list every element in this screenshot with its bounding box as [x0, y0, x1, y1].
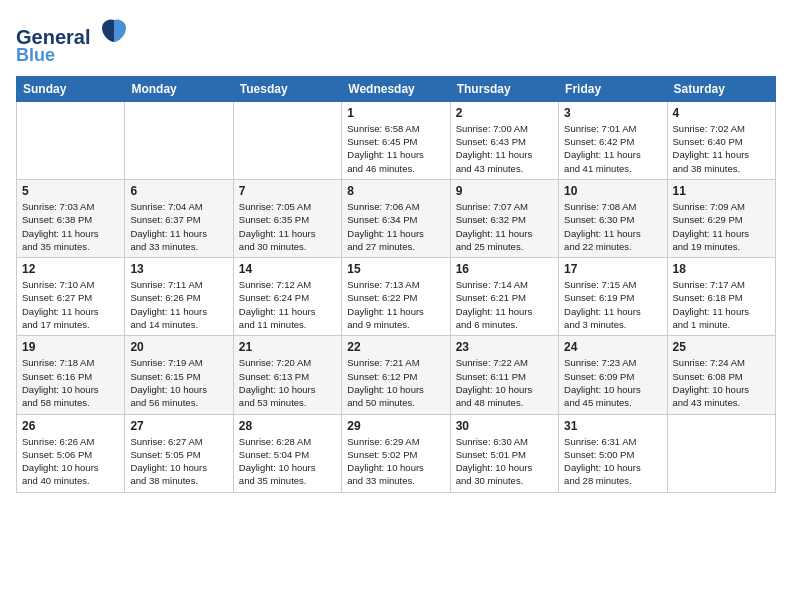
- day-number: 4: [673, 106, 770, 120]
- calendar-cell: 6Sunrise: 7:04 AMSunset: 6:37 PMDaylight…: [125, 179, 233, 257]
- day-number: 1: [347, 106, 444, 120]
- day-number: 14: [239, 262, 336, 276]
- day-info: Sunrise: 7:23 AMSunset: 6:09 PMDaylight:…: [564, 356, 661, 409]
- day-info: Sunrise: 7:22 AMSunset: 6:11 PMDaylight:…: [456, 356, 553, 409]
- day-info: Sunrise: 7:20 AMSunset: 6:13 PMDaylight:…: [239, 356, 336, 409]
- calendar-cell: 26Sunrise: 6:26 AMSunset: 5:06 PMDayligh…: [17, 414, 125, 492]
- day-number: 29: [347, 419, 444, 433]
- col-monday: Monday: [125, 76, 233, 101]
- logo-text: General: [16, 16, 128, 49]
- calendar-cell: 4Sunrise: 7:02 AMSunset: 6:40 PMDaylight…: [667, 101, 775, 179]
- calendar-cell: 18Sunrise: 7:17 AMSunset: 6:18 PMDayligh…: [667, 258, 775, 336]
- calendar-header-row: Sunday Monday Tuesday Wednesday Thursday…: [17, 76, 776, 101]
- day-number: 9: [456, 184, 553, 198]
- col-sunday: Sunday: [17, 76, 125, 101]
- calendar-cell: 5Sunrise: 7:03 AMSunset: 6:38 PMDaylight…: [17, 179, 125, 257]
- day-number: 25: [673, 340, 770, 354]
- calendar-cell: [17, 101, 125, 179]
- day-number: 11: [673, 184, 770, 198]
- day-number: 15: [347, 262, 444, 276]
- calendar: Sunday Monday Tuesday Wednesday Thursday…: [16, 76, 776, 493]
- calendar-cell: 27Sunrise: 6:27 AMSunset: 5:05 PMDayligh…: [125, 414, 233, 492]
- day-info: Sunrise: 6:27 AMSunset: 5:05 PMDaylight:…: [130, 435, 227, 488]
- calendar-cell: 8Sunrise: 7:06 AMSunset: 6:34 PMDaylight…: [342, 179, 450, 257]
- day-number: 31: [564, 419, 661, 433]
- day-number: 26: [22, 419, 119, 433]
- calendar-cell: 13Sunrise: 7:11 AMSunset: 6:26 PMDayligh…: [125, 258, 233, 336]
- day-info: Sunrise: 7:12 AMSunset: 6:24 PMDaylight:…: [239, 278, 336, 331]
- calendar-cell: 22Sunrise: 7:21 AMSunset: 6:12 PMDayligh…: [342, 336, 450, 414]
- day-number: 27: [130, 419, 227, 433]
- header: General Blue: [16, 16, 776, 66]
- calendar-cell: 31Sunrise: 6:31 AMSunset: 5:00 PMDayligh…: [559, 414, 667, 492]
- day-info: Sunrise: 7:14 AMSunset: 6:21 PMDaylight:…: [456, 278, 553, 331]
- calendar-week-0: 1Sunrise: 6:58 AMSunset: 6:45 PMDaylight…: [17, 101, 776, 179]
- day-info: Sunrise: 7:06 AMSunset: 6:34 PMDaylight:…: [347, 200, 444, 253]
- day-number: 22: [347, 340, 444, 354]
- day-info: Sunrise: 6:31 AMSunset: 5:00 PMDaylight:…: [564, 435, 661, 488]
- day-info: Sunrise: 6:29 AMSunset: 5:02 PMDaylight:…: [347, 435, 444, 488]
- calendar-cell: 7Sunrise: 7:05 AMSunset: 6:35 PMDaylight…: [233, 179, 341, 257]
- day-info: Sunrise: 7:18 AMSunset: 6:16 PMDaylight:…: [22, 356, 119, 409]
- day-info: Sunrise: 7:11 AMSunset: 6:26 PMDaylight:…: [130, 278, 227, 331]
- calendar-cell: 25Sunrise: 7:24 AMSunset: 6:08 PMDayligh…: [667, 336, 775, 414]
- day-number: 19: [22, 340, 119, 354]
- day-number: 17: [564, 262, 661, 276]
- col-thursday: Thursday: [450, 76, 558, 101]
- day-number: 7: [239, 184, 336, 198]
- calendar-cell: 16Sunrise: 7:14 AMSunset: 6:21 PMDayligh…: [450, 258, 558, 336]
- calendar-cell: 29Sunrise: 6:29 AMSunset: 5:02 PMDayligh…: [342, 414, 450, 492]
- day-info: Sunrise: 7:04 AMSunset: 6:37 PMDaylight:…: [130, 200, 227, 253]
- day-info: Sunrise: 7:10 AMSunset: 6:27 PMDaylight:…: [22, 278, 119, 331]
- day-info: Sunrise: 7:00 AMSunset: 6:43 PMDaylight:…: [456, 122, 553, 175]
- day-info: Sunrise: 6:58 AMSunset: 6:45 PMDaylight:…: [347, 122, 444, 175]
- day-number: 8: [347, 184, 444, 198]
- day-number: 30: [456, 419, 553, 433]
- logo-icon: [100, 16, 128, 44]
- calendar-cell: 24Sunrise: 7:23 AMSunset: 6:09 PMDayligh…: [559, 336, 667, 414]
- day-info: Sunrise: 6:30 AMSunset: 5:01 PMDaylight:…: [456, 435, 553, 488]
- day-number: 5: [22, 184, 119, 198]
- day-info: Sunrise: 6:26 AMSunset: 5:06 PMDaylight:…: [22, 435, 119, 488]
- day-number: 3: [564, 106, 661, 120]
- calendar-cell: [125, 101, 233, 179]
- day-info: Sunrise: 7:07 AMSunset: 6:32 PMDaylight:…: [456, 200, 553, 253]
- calendar-cell: 15Sunrise: 7:13 AMSunset: 6:22 PMDayligh…: [342, 258, 450, 336]
- day-info: Sunrise: 7:13 AMSunset: 6:22 PMDaylight:…: [347, 278, 444, 331]
- calendar-cell: 23Sunrise: 7:22 AMSunset: 6:11 PMDayligh…: [450, 336, 558, 414]
- calendar-cell: 30Sunrise: 6:30 AMSunset: 5:01 PMDayligh…: [450, 414, 558, 492]
- calendar-cell: 19Sunrise: 7:18 AMSunset: 6:16 PMDayligh…: [17, 336, 125, 414]
- col-wednesday: Wednesday: [342, 76, 450, 101]
- day-number: 6: [130, 184, 227, 198]
- day-info: Sunrise: 7:19 AMSunset: 6:15 PMDaylight:…: [130, 356, 227, 409]
- calendar-cell: [667, 414, 775, 492]
- day-number: 16: [456, 262, 553, 276]
- day-number: 13: [130, 262, 227, 276]
- col-tuesday: Tuesday: [233, 76, 341, 101]
- calendar-cell: 1Sunrise: 6:58 AMSunset: 6:45 PMDaylight…: [342, 101, 450, 179]
- day-info: Sunrise: 7:05 AMSunset: 6:35 PMDaylight:…: [239, 200, 336, 253]
- day-info: Sunrise: 7:09 AMSunset: 6:29 PMDaylight:…: [673, 200, 770, 253]
- day-number: 28: [239, 419, 336, 433]
- day-number: 23: [456, 340, 553, 354]
- calendar-week-3: 19Sunrise: 7:18 AMSunset: 6:16 PMDayligh…: [17, 336, 776, 414]
- calendar-cell: 21Sunrise: 7:20 AMSunset: 6:13 PMDayligh…: [233, 336, 341, 414]
- day-info: Sunrise: 6:28 AMSunset: 5:04 PMDaylight:…: [239, 435, 336, 488]
- day-number: 20: [130, 340, 227, 354]
- calendar-cell: 28Sunrise: 6:28 AMSunset: 5:04 PMDayligh…: [233, 414, 341, 492]
- calendar-cell: 2Sunrise: 7:00 AMSunset: 6:43 PMDaylight…: [450, 101, 558, 179]
- day-info: Sunrise: 7:02 AMSunset: 6:40 PMDaylight:…: [673, 122, 770, 175]
- day-number: 18: [673, 262, 770, 276]
- calendar-cell: 17Sunrise: 7:15 AMSunset: 6:19 PMDayligh…: [559, 258, 667, 336]
- day-number: 21: [239, 340, 336, 354]
- day-number: 24: [564, 340, 661, 354]
- day-info: Sunrise: 7:08 AMSunset: 6:30 PMDaylight:…: [564, 200, 661, 253]
- calendar-cell: [233, 101, 341, 179]
- calendar-week-1: 5Sunrise: 7:03 AMSunset: 6:38 PMDaylight…: [17, 179, 776, 257]
- calendar-cell: 11Sunrise: 7:09 AMSunset: 6:29 PMDayligh…: [667, 179, 775, 257]
- col-friday: Friday: [559, 76, 667, 101]
- logo: General Blue: [16, 16, 128, 66]
- calendar-cell: 12Sunrise: 7:10 AMSunset: 6:27 PMDayligh…: [17, 258, 125, 336]
- col-saturday: Saturday: [667, 76, 775, 101]
- calendar-cell: 14Sunrise: 7:12 AMSunset: 6:24 PMDayligh…: [233, 258, 341, 336]
